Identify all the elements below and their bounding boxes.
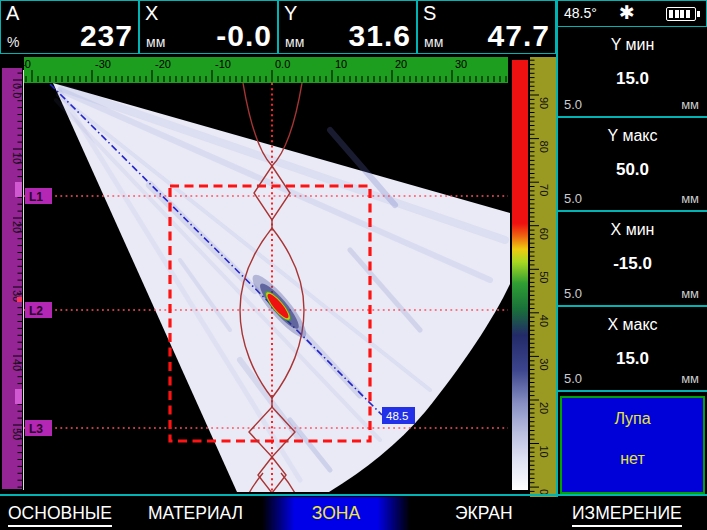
- menu-item-izmerenie[interactable]: ИЗМЕРЕНИЕ: [572, 503, 682, 527]
- svg-text:10: 10: [335, 58, 347, 70]
- param-unit: мм: [681, 286, 699, 301]
- amplitude-colorbar: [512, 60, 528, 490]
- param-step: 5.0: [564, 371, 582, 386]
- svg-text:40: 40: [538, 315, 550, 327]
- gate-labels: L1 L2 L3: [25, 188, 52, 436]
- param-y-max[interactable]: Y макс 50.0 5.0 мм: [558, 118, 707, 212]
- param-y-min[interactable]: Y мин 15.0 5.0 мм: [558, 27, 707, 118]
- svg-text:60: 60: [538, 228, 550, 240]
- menu-divider: [0, 494, 707, 496]
- gate-marker-ymax: [15, 389, 22, 404]
- param-x-max[interactable]: X макс 15.0 5.0 мм: [558, 307, 707, 392]
- gate-label-l3: L3: [29, 422, 43, 436]
- param-step: 5.0: [564, 97, 582, 112]
- battery-icon: [666, 7, 696, 21]
- gate-label-l1: L1: [29, 190, 43, 204]
- svg-text:-30: -30: [95, 58, 111, 70]
- measurement-letter: X: [145, 2, 158, 25]
- depth-cursor-marker: [17, 297, 22, 302]
- panel-border: [556, 0, 558, 497]
- left-depth-ruler: [2, 68, 22, 489]
- status-cell: 48.5° ✱: [556, 0, 707, 27]
- measurement-cell-s: S мм 47.7: [417, 0, 556, 54]
- param-value: 15.0: [558, 69, 707, 89]
- measurement-letter: A: [6, 2, 19, 25]
- menu-item-ekran[interactable]: ЭКРАН: [455, 503, 513, 524]
- param-label: Y макс: [558, 127, 707, 145]
- measurement-letter: Y: [284, 2, 297, 25]
- svg-text:50: 50: [538, 271, 550, 283]
- angle-cursor-value: 48.5: [386, 410, 408, 422]
- measurement-unit: мм: [424, 34, 443, 50]
- svg-text:30: 30: [455, 58, 467, 70]
- main-menu: ЗОНА ОСНОВНЫЕ МАТЕРИАЛ ЭКРАН ИЗМЕРЕНИЕ: [0, 497, 707, 530]
- magnifier-setting[interactable]: Лупа нет: [560, 396, 705, 494]
- magnifier-value: нет: [562, 450, 703, 468]
- flaw-detector-screen: A % 237 X мм -0.0 Y мм 31.6 S мм 47.7 48…: [0, 0, 707, 530]
- measurement-value: 237: [80, 19, 133, 53]
- svg-text:-10: -10: [215, 58, 231, 70]
- menu-item-label: ЗОНА: [262, 503, 410, 524]
- magnifier-label: Лупа: [562, 410, 703, 428]
- svg-text:10: 10: [11, 152, 23, 164]
- measurement-unit: мм: [285, 34, 304, 50]
- param-label: X макс: [558, 316, 707, 334]
- svg-text:-20: -20: [155, 58, 171, 70]
- svg-text:40: 40: [11, 359, 23, 371]
- svg-text:30: 30: [538, 358, 550, 370]
- freeze-icon: ✱: [619, 1, 635, 24]
- measurement-unit: %: [7, 34, 19, 50]
- svg-text:50: 50: [11, 428, 23, 440]
- param-step: 5.0: [564, 191, 582, 206]
- svg-text:70: 70: [538, 184, 550, 196]
- svg-text:20: 20: [11, 221, 23, 233]
- measurement-unit: мм: [146, 34, 165, 50]
- svg-text:20: 20: [395, 58, 407, 70]
- gate-label-l2: L2: [29, 304, 43, 318]
- svg-text:80: 80: [538, 141, 550, 153]
- param-value: 50.0: [558, 160, 707, 180]
- param-unit: мм: [681, 97, 699, 112]
- measurement-cell-a: A % 237: [0, 0, 139, 54]
- measurement-value: -0.0: [216, 19, 272, 53]
- measurement-cell-y: Y мм 31.6: [278, 0, 417, 54]
- angle-cursor-tag: 48.5: [382, 407, 415, 424]
- svg-text:0.0: 0.0: [11, 83, 23, 98]
- sector-scan-area: -40-30-20-100.0102030 0.01020304050: [0, 55, 560, 497]
- measurement-value: 47.7: [488, 19, 550, 53]
- param-x-min[interactable]: X мин -15.0 5.0 мм: [558, 212, 707, 307]
- param-value: -15.0: [558, 254, 707, 274]
- menu-item-osnovnye[interactable]: ОСНОВНЫЕ: [8, 503, 112, 527]
- svg-text:90: 90: [538, 97, 550, 109]
- measurement-cell-x: X мм -0.0: [139, 0, 278, 54]
- param-step: 5.0: [564, 286, 582, 301]
- svg-text:0.0: 0.0: [275, 58, 290, 70]
- menu-item-material[interactable]: МАТЕРИАЛ: [148, 503, 243, 524]
- svg-text:10: 10: [538, 445, 550, 457]
- svg-text:20: 20: [538, 402, 550, 414]
- measurement-value: 31.6: [349, 19, 411, 53]
- param-value: 15.0: [558, 349, 707, 369]
- param-label: X мин: [558, 221, 707, 239]
- param-unit: мм: [681, 371, 699, 386]
- param-label: Y мин: [558, 36, 707, 54]
- probe-angle-readout: 48.5°: [564, 5, 597, 21]
- param-unit: мм: [681, 191, 699, 206]
- gate-marker-ymin: [15, 182, 22, 197]
- measurement-letter: S: [423, 2, 436, 25]
- menu-item-zona[interactable]: ЗОНА: [262, 497, 410, 530]
